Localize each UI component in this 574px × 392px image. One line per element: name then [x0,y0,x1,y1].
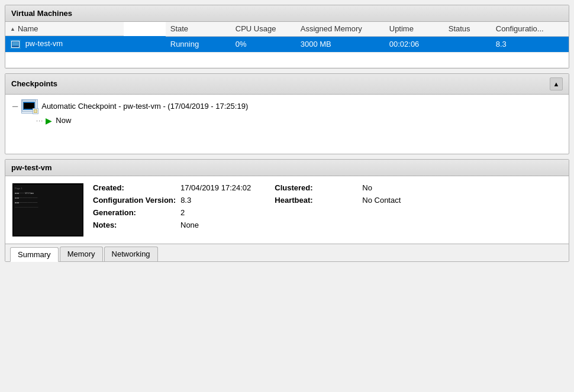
config-label: Configuration Version: [93,196,176,205]
vm-memory-cell: 3000 MB [296,36,385,52]
collapse-icon: ▲ [553,80,560,88]
th-name[interactable]: ▲ Name [5,22,124,36]
svg-rect-2 [12,46,19,47]
clustered-value: No [362,183,372,192]
checkpoint-item[interactable]: ─ Automatic Checkpoint - pw-test-vm - (1… [12,99,562,114]
th-assigned-memory[interactable]: Assigned Memory [296,22,385,36]
checkpoints-content: ─ Automatic Checkpoint - pw-test-vm - (1… [5,95,569,154]
detail-row-generation: Generation: 2 [93,208,251,217]
vm-uptime-cell: 00:02:06 [385,36,444,52]
vm-name-cell: pw-test-vm [5,36,166,52]
vm-status-cell [444,36,491,52]
now-connector-dots: · · · [36,117,42,124]
notes-value: None [180,221,199,229]
screen-line-2: ■■■─── MINN■■ [15,192,34,195]
tabs-bar: Summary Memory Networking [5,244,569,261]
checkpoints-panel: Checkpoints ▲ ─ Automatic [5,73,569,154]
vm-state-cell: Running [166,36,231,52]
generation-label: Generation: [93,208,176,217]
vm-table-header-row: ▲ Name State CPU Usage Assigned Memory [5,22,569,36]
table-row[interactable]: pw-test-vm Running 0% 3000 MB 00:02:06 8… [5,36,569,52]
virtual-machines-title-container: Virtual Machines [11,9,72,18]
virtual-machines-header: Virtual Machines [5,5,569,22]
notes-label: Notes: [93,221,176,229]
tab-summary[interactable]: Summary [10,247,59,262]
vm-empty-cell [5,52,569,67]
detail-row-config: Configuration Version: 8.3 [93,196,251,205]
th-uptime[interactable]: Uptime [385,22,444,36]
detail-row-created: Created: 17/04/2019 17:24:02 [93,183,251,192]
checkpoint-overlay [34,109,37,113]
virtual-machines-panel: Virtual Machines ▲ Name State CPU U [5,5,569,69]
vm-table-head: ▲ Name State CPU Usage Assigned Memory [5,22,569,36]
detail-col-right: Clustered: No Heartbeat: No Contact [275,183,401,237]
th-configuration[interactable]: Configuratio... [491,22,569,36]
checkpoint-thumbnail [21,99,38,114]
collapse-button[interactable]: ▲ [550,77,563,90]
generation-value: 2 [180,208,185,217]
checkpoint-overlay-icon [33,108,38,114]
vm-table-body: pw-test-vm Running 0% 3000 MB 00:02:06 8… [5,36,569,67]
tab-networking[interactable]: Networking [104,247,158,261]
config-value: 8.3 [180,196,191,205]
virtual-machines-title: Virtual Machines [11,9,72,18]
screen-line-1: Page 1 [15,187,22,190]
checkpoint-expand-icon: ─ [12,102,18,110]
detail-info: Created: 17/04/2019 17:24:02 Configurati… [93,183,562,237]
heartbeat-label: Heartbeat: [275,196,357,205]
now-arrow-icon: ▶ [46,116,52,125]
th-state[interactable]: State [166,22,231,36]
th-cpu-usage[interactable]: CPU Usage [231,22,296,36]
vm-screen-icon [12,41,19,47]
created-value: 17/04/2019 17:24:02 [180,183,251,192]
detail-row-clustered: Clustered: No [275,183,401,192]
detail-row-notes: Notes: None [93,221,251,229]
tab-memory[interactable]: Memory [60,247,103,261]
screen-line-4: ■■■─────────── [15,201,37,204]
detail-title: pw-test-vm [11,163,52,172]
detail-row-heartbeat: Heartbeat: No Contact [275,196,401,205]
checkpoint-now: · · · ▶ Now [36,116,562,125]
vm-config-cell: 8.3 [491,36,569,52]
checkpoint-label: Automatic Checkpoint - pw-test-vm - (17/… [41,102,248,111]
vm-icon [10,40,21,49]
clustered-label: Clustered: [275,183,357,192]
heartbeat-value: No Contact [362,196,401,205]
th-status[interactable]: Status [444,22,491,36]
vm-empty-row [5,52,569,67]
detail-col-left: Created: 17/04/2019 17:24:02 Configurati… [93,183,251,237]
created-label: Created: [93,183,176,192]
detail-header: pw-test-vm [5,160,569,176]
virtual-machines-content: ▲ Name State CPU Usage Assigned Memory [5,22,569,68]
thumbnail-screen: Page 1 ■■■─── MINN■■ ■■■─────────── ■■■─… [14,184,82,235]
vm-icon-inner [11,41,20,48]
screen-line-3: ■■■─────────── [15,196,37,199]
screen-line-5: ────────────── [15,206,38,209]
now-label: Now [56,116,71,125]
checkpoints-header: Checkpoints ▲ [5,74,569,95]
vm-table: ▲ Name State CPU Usage Assigned Memory [5,22,569,68]
vm-cpu-cell: 0% [231,36,296,52]
detail-content: Page 1 ■■■─── MINN■■ ■■■─────────── ■■■─… [5,176,569,244]
svg-rect-1 [12,42,18,46]
checkpoints-title: Checkpoints [11,79,57,88]
sort-up-icon: ▲ [10,26,15,32]
detail-panel: pw-test-vm Page 1 ■■■─── MINN■■ ■■■─────… [5,159,569,262]
checkpoints-title-container: Checkpoints [11,79,57,88]
detail-thumbnail: Page 1 ■■■─── MINN■■ ■■■─────────── ■■■─… [12,183,83,237]
